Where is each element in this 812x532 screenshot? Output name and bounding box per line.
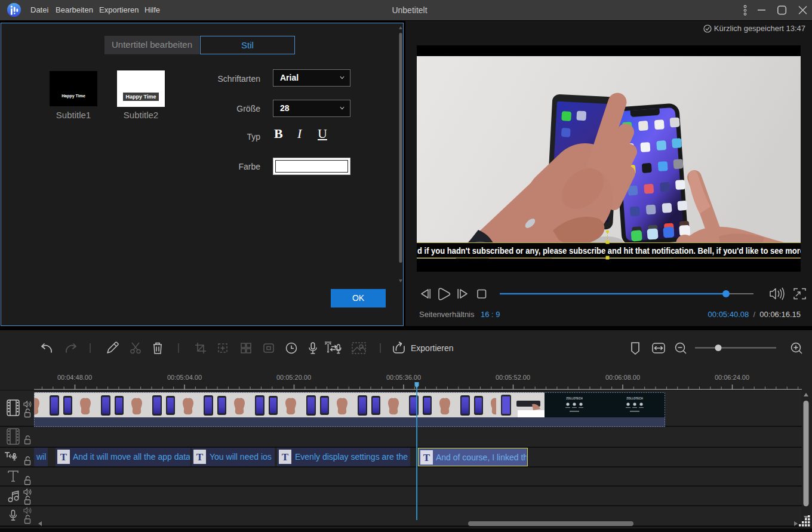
svg-text:d if you hadn't subscribed or: d if you hadn't subscribed or any, pleas…: [417, 245, 801, 256]
svg-text:T: T: [60, 451, 67, 463]
svg-text:T: T: [423, 452, 430, 463]
svg-text:ZOLLOTECH: ZOLLOTECH: [626, 397, 643, 400]
svg-text:T: T: [282, 451, 289, 463]
svg-text:ZOLLOTECH: ZOLLOTECH: [566, 397, 583, 400]
svg-text:Exportieren: Exportieren: [411, 343, 454, 353]
svg-text:T: T: [196, 451, 204, 463]
